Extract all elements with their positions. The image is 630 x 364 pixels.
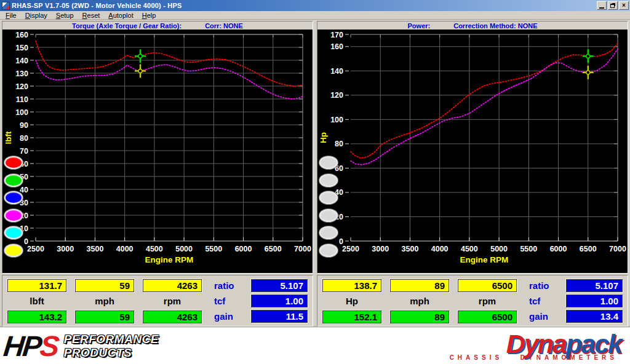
run-select-button-1[interactable]	[4, 156, 23, 169]
power-chart-header: Power: Correction Method: NONE	[317, 22, 628, 30]
menu-setup[interactable]: Setup	[52, 12, 78, 19]
svg-text:6500: 6500	[265, 245, 282, 253]
power-chart-panel: Power: Correction Method: NONE 250030003…	[317, 21, 628, 274]
power-chart-title: Power:	[408, 22, 431, 30]
menu-file[interactable]: File	[1, 12, 21, 19]
power-cursor-speed: 89	[390, 279, 449, 292]
svg-text:6000: 6000	[550, 245, 567, 253]
power-cursor2-value: 152.1	[322, 311, 381, 323]
minimize-icon	[599, 7, 604, 9]
run-select-button-3[interactable]	[4, 191, 23, 204]
hps-logo: HPS PERFORMANCE PRODUCTS	[4, 331, 159, 360]
torque-chart-header: Torque (Axle Torque / Gear Ratio): Corr:…	[2, 22, 313, 30]
cursor-marker	[583, 66, 594, 79]
menu-autoplot[interactable]: Autoplot	[104, 12, 137, 19]
svg-text:5000: 5000	[490, 245, 508, 253]
svg-text:3000: 3000	[57, 245, 74, 253]
menu-help[interactable]: Help	[138, 12, 161, 19]
menu-display[interactable]: Display	[21, 12, 52, 19]
run-select-button-6[interactable]	[4, 244, 23, 257]
power-run-buttons	[319, 30, 340, 273]
charts-row: Torque (Axle Torque / Gear Ratio): Corr:…	[0, 20, 630, 274]
cursor-marker	[135, 64, 146, 77]
svg-text:2500: 2500	[27, 245, 44, 253]
svg-text:5500: 5500	[520, 245, 537, 253]
menu-reset[interactable]: Reset	[78, 12, 105, 19]
svg-text:6500: 6500	[580, 245, 597, 253]
svg-text:2500: 2500	[342, 245, 359, 253]
hps-subtitle: PERFORMANCE PRODUCTS	[64, 333, 159, 360]
hps-line2: PRODUCTS	[64, 346, 159, 360]
svg-text:5000: 5000	[175, 245, 193, 253]
torque-cursor2-rpm: 4263	[143, 311, 202, 323]
svg-text:3500: 3500	[402, 245, 419, 253]
torque-unit-label: lbft	[7, 296, 66, 306]
run-select-button-4[interactable]	[319, 209, 338, 222]
run-select-button-5[interactable]	[319, 226, 338, 239]
speed-unit-label: mph	[75, 296, 134, 306]
readout-row: 131.7 59 4263 lbft mph rpm 143.2 59 4263…	[0, 274, 630, 326]
torque-cursor-speed: 59	[75, 279, 134, 292]
torque-chart-title: Torque (Axle Torque / Gear Ratio):	[72, 22, 181, 30]
run-select-button-1[interactable]	[319, 156, 338, 169]
speed-unit-label-2: mph	[390, 296, 449, 306]
tcf-label: tcf	[214, 296, 225, 306]
power-cursor2-speed: 89	[390, 311, 449, 323]
cursor-marker	[135, 49, 146, 63]
svg-text:3000: 3000	[372, 245, 389, 253]
torque-run-buttons	[4, 30, 25, 273]
dynapack-wordmark: Dynapack	[450, 331, 621, 357]
svg-text:7000: 7000	[609, 245, 626, 253]
power-cursor-rpm: 6500	[458, 279, 517, 292]
power-readout-panel: 138.7 89 6500 Hp mph rpm 152.1 89 6500 r…	[317, 275, 628, 326]
gain-value-2: 13.4	[566, 310, 623, 323]
torque-cursor-value: 131.7	[7, 279, 66, 292]
torque-correction-status: Corr: NONE	[205, 22, 243, 30]
tcf-value: 1.00	[251, 295, 308, 307]
torque-cursor2-speed: 59	[75, 311, 134, 323]
ratio-label-2: ratio	[529, 280, 549, 291]
power-cursor2-rpm: 6500	[458, 311, 517, 323]
rpm-unit-label: rpm	[143, 296, 202, 306]
svg-text:4500: 4500	[461, 245, 478, 253]
run-select-button-2[interactable]	[4, 174, 23, 187]
restore-icon	[610, 4, 615, 8]
gain-label: gain	[214, 311, 233, 322]
close-button[interactable]: ×	[619, 1, 629, 10]
run-select-button-5[interactable]	[4, 226, 23, 239]
gain-value: 11.5	[251, 310, 308, 323]
tcf-value-2: 1.00	[566, 295, 623, 307]
window-title: RHAS-SP V1.7-05 (2WD - Motor Vehicle 400…	[12, 2, 597, 9]
tcf-label-2: tcf	[529, 296, 540, 306]
torque-chart-panel: Torque (Axle Torque / Gear Ratio): Corr:…	[2, 21, 313, 274]
dynapack-subtitle: CHASSIS DYNAMOMETERS	[450, 355, 621, 361]
svg-text:6000: 6000	[235, 245, 252, 253]
svg-text:4500: 4500	[146, 245, 163, 253]
power-chart-plot[interactable]: 2500300035004000450050005500600065007000…	[317, 30, 628, 273]
svg-text:4000: 4000	[116, 245, 134, 253]
minimize-button[interactable]	[597, 1, 607, 10]
hps-hp: HP	[2, 330, 42, 362]
ratio-value: 5.107	[251, 279, 308, 292]
hps-line1: PERFORMANCE	[64, 333, 159, 346]
run-select-button-6[interactable]	[319, 244, 338, 257]
hps-letters: HPS	[2, 331, 60, 360]
svg-text:Engine RPM: Engine RPM	[145, 255, 194, 264]
torque-cursor2-value: 143.2	[7, 311, 66, 323]
torque-chart-plot[interactable]: 2500300035004000450050005500600065007000…	[2, 30, 313, 273]
run-select-button-4[interactable]	[4, 209, 23, 222]
restore-button[interactable]	[608, 1, 618, 10]
torque-cursor-rpm: 4263	[143, 279, 202, 292]
hps-s: S	[39, 330, 60, 362]
power-unit-label: Hp	[322, 296, 381, 306]
cursor-marker	[583, 49, 594, 63]
svg-text:5500: 5500	[205, 245, 222, 253]
svg-text:7000: 7000	[294, 245, 311, 253]
menu-bar: File Display Setup Reset Autoplot Help	[0, 11, 630, 20]
power-correction-status: Correction Method: NONE	[453, 22, 537, 30]
run-select-button-3[interactable]	[319, 191, 338, 204]
power-cursor-value: 138.7	[322, 279, 381, 292]
title-bar: RHAS-SP V1.7-05 (2WD - Motor Vehicle 400…	[0, 0, 630, 11]
svg-text:3500: 3500	[87, 245, 104, 253]
run-select-button-2[interactable]	[319, 174, 338, 187]
